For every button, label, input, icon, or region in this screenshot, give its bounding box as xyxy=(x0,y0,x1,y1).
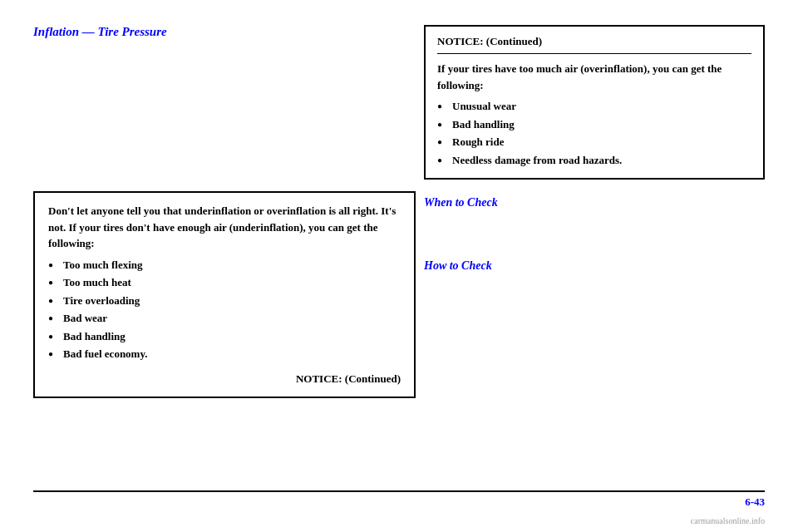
list-item: Rough ride xyxy=(437,134,751,150)
right-notice-intro: If your tires have too much air (overinf… xyxy=(437,61,751,93)
list-item: Tire overloading xyxy=(48,293,401,309)
list-item: Bad fuel economy. xyxy=(48,346,401,362)
right-notice-body: If your tires have too much air (overinf… xyxy=(437,61,751,168)
list-item: Bad handling xyxy=(48,328,401,345)
list-item: Bad handling xyxy=(437,116,751,133)
list-item: Too much flexing xyxy=(48,257,401,273)
list-item: Needless damage from road hazards. xyxy=(437,152,751,169)
left-notice-list: Too much flexing Too much heat Tire over… xyxy=(48,257,401,362)
left-notice-box: Don't let anyone tell you that underinfl… xyxy=(33,191,416,398)
left-column: Don't let anyone tell you that underinfl… xyxy=(33,58,416,398)
right-notice-title: NOTICE: (Continued) xyxy=(437,35,751,54)
right-notice-list: Unusual wear Bad handling Rough ride Nee… xyxy=(437,98,751,168)
right-notice-box: NOTICE: (Continued) If your tires have t… xyxy=(424,25,765,180)
left-notice-continued: NOTICE: (Continued) xyxy=(48,371,401,387)
right-column: NOTICE: (Continued) If your tires have t… xyxy=(424,25,765,279)
bottom-bar: 6-43 xyxy=(33,490,765,509)
left-notice-body: Don't let anyone tell you that underinfl… xyxy=(48,203,401,387)
how-to-check-heading: How to Check xyxy=(424,259,765,273)
page-number: 6-43 xyxy=(745,495,765,509)
page-container: Inflation — Tire Pressure Don't let anyo… xyxy=(0,0,798,532)
list-item: Too much heat xyxy=(48,274,401,291)
when-to-check-heading: When to Check xyxy=(424,196,765,209)
list-item: Unusual wear xyxy=(437,98,751,115)
left-notice-intro: Don't let anyone tell you that underinfl… xyxy=(48,203,401,252)
list-item: Bad wear xyxy=(48,310,401,327)
watermark: carmanualsonline.info xyxy=(691,516,765,525)
